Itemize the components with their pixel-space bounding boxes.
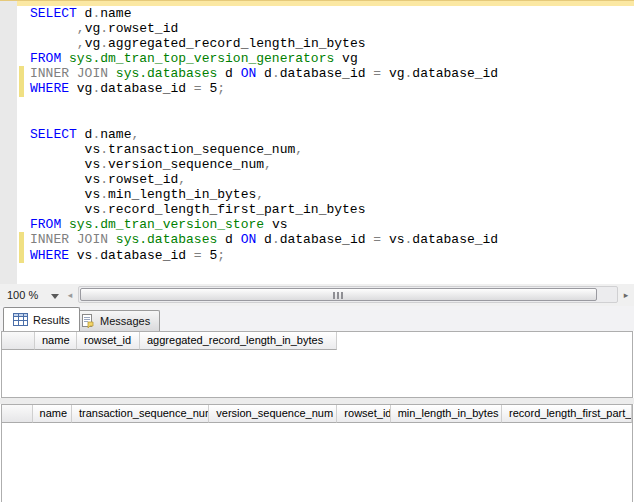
scroll-right-arrow-icon[interactable]: ▸ bbox=[620, 288, 632, 302]
change-tracking-bar bbox=[19, 232, 24, 247]
ssms-query-window: SELECT d.name ,vg.rowset_id ,vg.aggregat… bbox=[0, 0, 634, 502]
code-line: FROM sys.dm_tran_version_store vs bbox=[17, 217, 634, 232]
row-selector-corner[interactable] bbox=[2, 332, 35, 350]
sql-editor[interactable]: SELECT d.name ,vg.rowset_id ,vg.aggregat… bbox=[0, 1, 634, 284]
code-line: SELECT d.name, bbox=[17, 127, 634, 142]
code-line: vs.record_length_first_part_in_bytes bbox=[17, 202, 634, 217]
editor-gutter bbox=[0, 1, 17, 284]
column-header[interactable]: rowset_id bbox=[337, 405, 390, 423]
zoom-value: 100 % bbox=[7, 289, 38, 301]
editor-bottom-bar: 100 % ◂ ▸ bbox=[0, 284, 634, 306]
change-tracking-bar bbox=[19, 248, 24, 263]
scroll-grip-icon bbox=[333, 292, 345, 299]
change-tracking-bar bbox=[19, 66, 24, 81]
code-line: FROM sys.dm_tran_top_version_generators … bbox=[17, 51, 634, 66]
tab-messages[interactable]: Messages bbox=[70, 310, 160, 331]
grid-1-header: namerowset_idaggregated_record_length_in… bbox=[2, 332, 632, 350]
tab-messages-label: Messages bbox=[100, 315, 150, 327]
code-line: INNER JOIN sys.databases d ON d.database… bbox=[17, 232, 634, 247]
code-line: SELECT d.name bbox=[17, 6, 634, 21]
code-line: vs.version_sequence_num, bbox=[17, 157, 634, 172]
scroll-left-arrow-icon[interactable]: ◂ bbox=[64, 288, 76, 302]
code-line: vs.min_length_in_bytes, bbox=[17, 187, 634, 202]
code-line bbox=[17, 97, 634, 112]
column-header[interactable]: record_length_first_part_in_bytes bbox=[502, 405, 632, 423]
column-header[interactable]: version_sequence_num bbox=[209, 405, 337, 423]
results-tabstrip: Results Messages bbox=[0, 306, 634, 331]
column-header[interactable]: name bbox=[33, 405, 72, 423]
grid-2-header: nametransaction_sequence_numversion_sequ… bbox=[2, 405, 632, 423]
results-grid-1: namerowset_idaggregated_record_length_in… bbox=[1, 331, 633, 398]
code-line: ,vg.aggregated_record_length_in_bytes bbox=[17, 36, 634, 51]
column-header[interactable]: rowset_id bbox=[77, 332, 140, 350]
tab-results-label: Results bbox=[33, 314, 70, 326]
grid-1-body[interactable] bbox=[2, 350, 632, 398]
column-header[interactable]: transaction_sequence_num bbox=[72, 405, 209, 423]
code-lines: SELECT d.name ,vg.rowset_id ,vg.aggregat… bbox=[17, 6, 634, 284]
code-line: WHERE vs.database_id = 5; bbox=[17, 248, 634, 263]
horizontal-scrollbar[interactable] bbox=[78, 286, 618, 303]
messages-icon bbox=[80, 314, 95, 328]
grid-2-body[interactable] bbox=[2, 423, 632, 502]
dropdown-arrow-icon bbox=[51, 294, 59, 299]
code-line: WHERE vg.database_id = 5; bbox=[17, 81, 634, 96]
results-grid-2: nametransaction_sequence_numversion_sequ… bbox=[1, 404, 633, 502]
column-header[interactable]: aggregated_record_length_in_bytes bbox=[140, 332, 337, 350]
code-line bbox=[17, 112, 634, 127]
code-line: INNER JOIN sys.databases d ON d.database… bbox=[17, 66, 634, 81]
row-selector-corner[interactable] bbox=[2, 405, 33, 423]
results-grid-icon bbox=[13, 313, 28, 327]
code-line: vs.rowset_id, bbox=[17, 172, 634, 187]
code-line: ,vg.rowset_id bbox=[17, 21, 634, 36]
scrollbar-thumb[interactable] bbox=[80, 288, 597, 301]
tab-results[interactable]: Results bbox=[3, 307, 80, 331]
column-header[interactable]: min_length_in_bytes bbox=[391, 405, 502, 423]
zoom-dropdown[interactable]: 100 % bbox=[3, 286, 61, 304]
code-line: vs.transaction_sequence_num, bbox=[17, 142, 634, 157]
change-tracking-bar bbox=[19, 81, 24, 96]
column-header[interactable]: name bbox=[35, 332, 77, 350]
